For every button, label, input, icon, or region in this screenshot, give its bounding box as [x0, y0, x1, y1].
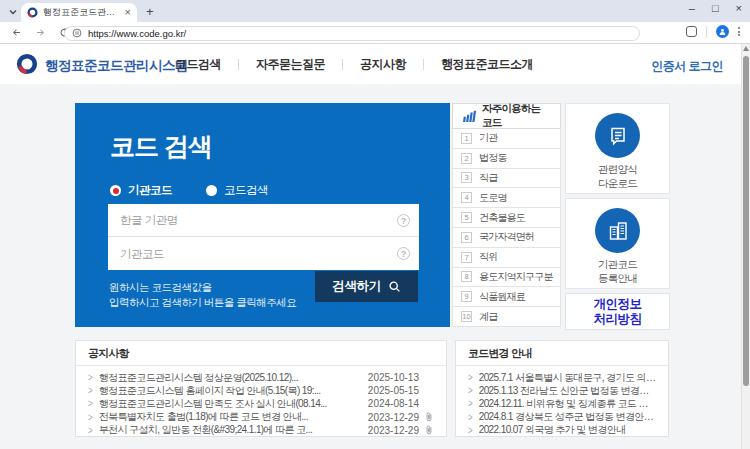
frequent-code-item[interactable]: 10 계급 — [452, 307, 561, 327]
privacy-policy-label: 개인정보 처리방침 — [594, 297, 642, 327]
scrollbar-thumb[interactable] — [743, 56, 749, 386]
notice-row[interactable]: > 행정표준코드시스템 홈페이지 작업 안내(5.15(목) 19:... 20… — [88, 384, 434, 397]
tab-close-icon[interactable]: × — [125, 7, 131, 18]
new-tab-button[interactable]: + — [146, 4, 154, 19]
org-code-input[interactable] — [108, 237, 419, 270]
panel-title: 코드 검색 — [110, 130, 212, 163]
frequent-code-item[interactable]: 7 직위 — [452, 248, 561, 268]
browser-menu-icon[interactable] — [738, 27, 740, 36]
site-header: 행정표준코드관리시스템 코드검색 자주묻는질문 공지사항 행정표준코드소개 인증… — [0, 44, 741, 84]
frequent-code-item[interactable]: 2 법정동 — [452, 149, 561, 169]
chevron-right-icon: > — [88, 424, 93, 436]
chevron-right-icon: > — [468, 385, 473, 397]
org-code-guide-label: 기관코드 등록안내 — [598, 258, 637, 285]
window-maximize-button[interactable]: □ — [712, 2, 719, 14]
org-name-input[interactable] — [108, 204, 419, 236]
chevron-right-icon: > — [88, 398, 93, 410]
search-button[interactable]: 검색하기 — [315, 271, 418, 302]
code-search-panel: 코드 검색 기관코드 코드검색 ? ? — [75, 103, 450, 327]
code-change-board: 코드변경 안내 > 2025.7.1 서울특별시 동대문구, 경기도 의정부시,… — [455, 340, 669, 437]
code-change-row[interactable]: > 2024.8.1 경상북도 성주군 법정동 변경안내... — [468, 411, 656, 424]
browser-toolbar: https://www.code.go.kr/ — [0, 22, 750, 44]
toolbar-right — [686, 25, 740, 38]
forms-download-box[interactable]: 관련양식 다운로드 — [565, 103, 670, 194]
nav-item-notices[interactable]: 공지사항 — [343, 56, 423, 73]
frequent-code-item[interactable]: 8 용도지역지구구분 — [452, 268, 561, 288]
chevron-right-icon: > — [468, 398, 473, 410]
frequent-code-item[interactable]: 9 식품원재료 — [452, 287, 561, 307]
tab-title: 행정표준코드관리시스템 — [43, 6, 120, 19]
chevron-right-icon: > — [468, 424, 473, 436]
search-inputs: ? ? — [108, 204, 419, 270]
privacy-policy-box[interactable]: 개인정보 처리방침 — [565, 293, 670, 330]
attachment-icon — [425, 412, 434, 422]
buildings-icon — [595, 208, 640, 253]
notice-row[interactable]: > 행정표준코드관리시스템 만족도 조사 실시 안내(08.14... 2024… — [88, 397, 434, 410]
tab-search-chevron-icon[interactable] — [6, 5, 20, 19]
window-minimize-button[interactable]: – — [689, 2, 695, 14]
help-icon[interactable]: ? — [397, 247, 410, 260]
search-type-radios: 기관코드 코드검색 — [110, 183, 268, 198]
chevron-right-icon: > — [88, 372, 93, 384]
site-info-icon[interactable] — [72, 28, 82, 38]
frequent-codes-header: 자주이용하는 코드 — [452, 103, 561, 129]
notice-row[interactable]: > 전북특별자치도 출범(1.18)에 따른 코드 변경 안내... 2023-… — [88, 411, 434, 424]
profile-avatar[interactable] — [716, 25, 729, 38]
extensions-icon[interactable] — [686, 26, 697, 37]
main-content: 코드 검색 기관코드 코드검색 ? ? — [0, 84, 741, 449]
frequent-code-item[interactable]: 5 건축물용도 — [452, 208, 561, 228]
browser-tab[interactable]: 행정표준코드관리시스템 × — [21, 3, 137, 22]
radio-org-code[interactable]: 기관코드 — [110, 183, 172, 198]
nav-item-code-search[interactable]: 코드검색 — [158, 56, 238, 73]
chevron-right-icon: > — [88, 411, 93, 423]
search-helper-text: 원하시는 코드검색값을 입력하시고 검색하기 버튼을 클릭해주세요 — [109, 280, 296, 310]
toolbar-divider — [706, 26, 707, 38]
site-favicon-icon — [27, 7, 38, 18]
frequent-codes-panel: 자주이용하는 코드 1 기관 2 법정동 3 직급 4 도로명 5 건축물용도 — [452, 103, 561, 327]
nav-item-faq[interactable]: 자주묻는질문 — [239, 56, 342, 73]
scrollbar-up-icon[interactable] — [743, 46, 749, 51]
attachment-icon — [425, 425, 434, 435]
help-icon[interactable]: ? — [397, 214, 410, 227]
url-text[interactable]: https://www.code.go.kr/ — [88, 28, 186, 39]
page-scrollbar[interactable] — [741, 44, 750, 449]
bar-chart-icon — [462, 110, 476, 122]
frequent-code-item[interactable]: 1 기관 — [452, 129, 561, 149]
org-code-guide-box[interactable]: 기관코드 등록안내 — [565, 198, 670, 289]
forms-download-label: 관련양식 다운로드 — [598, 163, 637, 190]
chevron-right-icon: > — [468, 411, 473, 423]
frequent-code-item[interactable]: 6 국가자격면허 — [452, 228, 561, 248]
browser-window: 행정표준코드관리시스템 × + – □ × https://w — [0, 0, 750, 449]
frequent-code-item[interactable]: 3 직급 — [452, 169, 561, 189]
certificate-login-link[interactable]: 인증서 로그인 — [651, 58, 723, 75]
government-logo-icon[interactable] — [16, 53, 38, 75]
chevron-right-icon: > — [468, 372, 473, 384]
notice-row[interactable]: > 행정표준코드관리시스템 정상운영(2025.10.12)... 2025-1… — [88, 371, 434, 384]
window-close-button[interactable]: × — [736, 2, 742, 14]
code-change-row[interactable]: > 2025.7.1 서울특별시 동대문구, 경기도 의정부시, 경... — [468, 371, 656, 384]
search-icon — [388, 280, 401, 293]
window-controls: – □ × — [689, 2, 742, 14]
main-nav: 코드검색 자주묻는질문 공지사항 행정표준코드소개 — [158, 44, 550, 84]
code-change-row[interactable]: > 2025.1.13 전라남도 신안군 법정동 변경안내... — [468, 384, 656, 397]
radio-selected-icon — [110, 185, 121, 196]
url-bar[interactable]: https://www.code.go.kr/ — [64, 26, 640, 41]
browser-tabstrip: 행정표준코드관리시스템 × + – □ × — [0, 0, 750, 22]
code-change-header: 코드변경 안내 — [456, 341, 668, 366]
forward-icon[interactable] — [32, 25, 48, 41]
back-icon[interactable] — [8, 25, 24, 41]
code-change-row[interactable]: > 2024.12.11. 비위유형 및 징계종류 코드 신설 안내... — [468, 397, 656, 410]
radio-code-search[interactable]: 코드검색 — [206, 183, 268, 198]
radio-unselected-icon — [206, 185, 217, 196]
nav-item-code-intro[interactable]: 행정표준코드소개 — [424, 56, 550, 73]
chevron-right-icon: > — [88, 385, 93, 397]
document-download-icon — [595, 113, 640, 158]
notices-header: 공지사항 — [76, 341, 446, 366]
notices-board: 공지사항 > 행정표준코드관리시스템 정상운영(2025.10.12)... 2… — [75, 340, 447, 437]
code-change-row[interactable]: > 2022.10.07 외국명 추가 및 변경안내 — [468, 424, 656, 437]
notice-row[interactable]: > 부천시 구설치, 일반동 전환(&#39;24.1.1)에 따른 코... … — [88, 424, 434, 437]
frequent-code-item[interactable]: 4 도로명 — [452, 188, 561, 208]
